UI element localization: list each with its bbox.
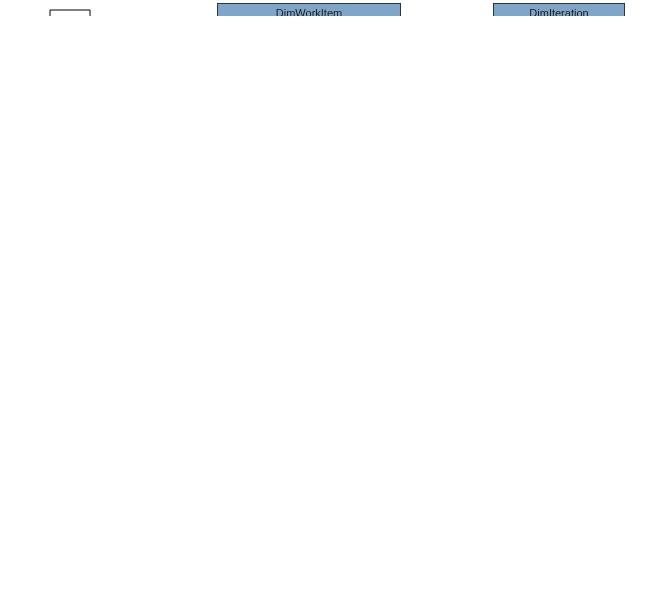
entity-title: DimIteration bbox=[494, 4, 624, 16]
entity-dim-iteration: DimIteration BuildSK IterationNameIterat… bbox=[493, 3, 625, 16]
entity-dim-work-item: DimWorkItem WorkItemSK TeamProjectSKTeam… bbox=[217, 3, 401, 16]
entity-title: DimWorkItem bbox=[218, 4, 400, 16]
